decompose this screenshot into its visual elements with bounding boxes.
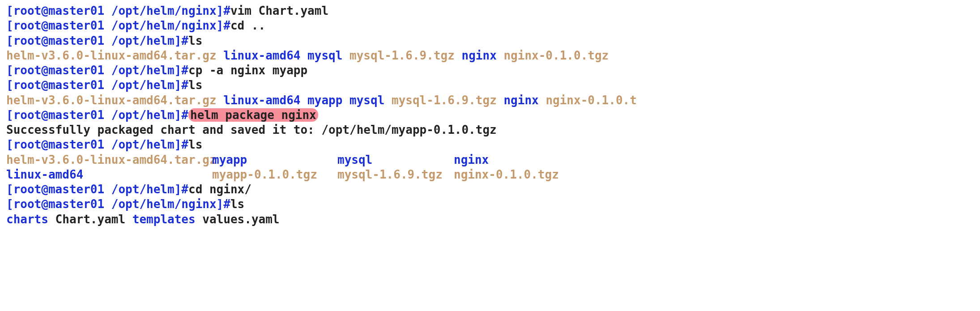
- prompt: [root@master01 /opt/helm]#: [6, 108, 188, 122]
- dir: linux-amd64: [6, 168, 83, 181]
- dir: charts: [6, 213, 48, 226]
- prompt: [root@master01 /opt/helm/nginx]#: [6, 19, 230, 32]
- prompt: [root@master01 /opt/helm/nginx]#: [6, 4, 230, 17]
- dir: mysql: [307, 49, 342, 62]
- ls-output: charts Chart.yaml templates values.yaml: [6, 212, 974, 227]
- terminal-line[interactable]: [root@master01 /opt/helm]#helm package n…: [6, 108, 974, 123]
- dir: linux-amd64: [223, 49, 300, 62]
- terminal-line[interactable]: [root@master01 /opt/helm]#ls: [6, 137, 974, 152]
- terminal-line[interactable]: [root@master01 /opt/helm]#ls: [6, 34, 974, 48]
- dir: myapp: [212, 153, 247, 166]
- file-archive: mysql-1.6.9.tgz: [337, 168, 443, 181]
- file-archive: nginx-0.1.0.t: [545, 94, 637, 107]
- file: values.yaml: [202, 213, 279, 226]
- prompt: [root@master01 /opt/helm]#: [6, 34, 188, 47]
- dir: myapp: [307, 94, 342, 107]
- terminal-line[interactable]: [root@master01 /opt/helm]#cp -a nginx my…: [6, 63, 974, 78]
- command-output: Successfully packaged chart and saved it…: [6, 123, 974, 137]
- command: ls: [188, 34, 202, 47]
- file-archive: mysql-1.6.9.tgz: [392, 94, 497, 107]
- file-archive: helm-v3.6.0-linux-amd64.tar.gz: [6, 94, 217, 107]
- command: cd ..: [230, 19, 265, 32]
- terminal-line[interactable]: [root@master01 /opt/helm]#ls: [6, 78, 974, 93]
- command: ls: [188, 138, 202, 151]
- dir: nginx: [503, 94, 538, 107]
- file: Chart.yaml: [55, 213, 126, 226]
- ls-output: helm-v3.6.0-linux-amd64.tar.gz linux-amd…: [6, 93, 974, 108]
- command: vim Chart.yaml: [230, 4, 328, 17]
- command: cd nginx/: [188, 183, 251, 196]
- terminal-line[interactable]: [root@master01 /opt/helm]#cd nginx/: [6, 182, 974, 197]
- dir: linux-amd64: [223, 94, 300, 107]
- terminal-line[interactable]: [root@master01 /opt/helm/nginx]#ls: [6, 197, 974, 212]
- ls-output: linux-amd64myapp-0.1.0.tgzmysql-1.6.9.tg…: [6, 167, 974, 182]
- dir: mysql: [337, 153, 372, 166]
- command: ls: [188, 78, 202, 92]
- terminal-line[interactable]: [root@master01 /opt/helm/nginx]#cd ..: [6, 18, 974, 33]
- ls-output: helm-v3.6.0-linux-amd64.tar.gz linux-amd…: [6, 48, 974, 63]
- file-archive: nginx-0.1.0.tgz: [503, 49, 609, 62]
- dir: nginx: [454, 153, 489, 166]
- file-archive: helm-v3.6.0-linux-amd64.tar.gz: [6, 49, 217, 62]
- file-archive: myapp-0.1.0.tgz: [212, 168, 317, 181]
- prompt: [root@master01 /opt/helm]#: [6, 183, 188, 196]
- dir: templates: [132, 213, 196, 226]
- file-archive: mysql-1.6.9.tgz: [349, 49, 455, 62]
- command: ls: [230, 197, 244, 211]
- file-archive: nginx-0.1.0.tgz: [454, 168, 559, 181]
- prompt: [root@master01 /opt/helm]#: [6, 138, 188, 151]
- file-archive: helm-v3.6.0-linux-amd64.tar.gz: [6, 153, 217, 166]
- highlighted-command: helm package nginx: [188, 108, 318, 122]
- prompt: [root@master01 /opt/helm/nginx]#: [6, 197, 230, 211]
- prompt: [root@master01 /opt/helm]#: [6, 64, 188, 77]
- dir: mysql: [349, 94, 384, 107]
- command: cp -a nginx myapp: [188, 64, 307, 77]
- ls-output: helm-v3.6.0-linux-amd64.tar.gzmyappmysql…: [6, 153, 974, 167]
- dir: nginx: [462, 49, 497, 62]
- terminal-line[interactable]: [root@master01 /opt/helm/nginx]#vim Char…: [6, 4, 974, 18]
- prompt: [root@master01 /opt/helm]#: [6, 78, 188, 92]
